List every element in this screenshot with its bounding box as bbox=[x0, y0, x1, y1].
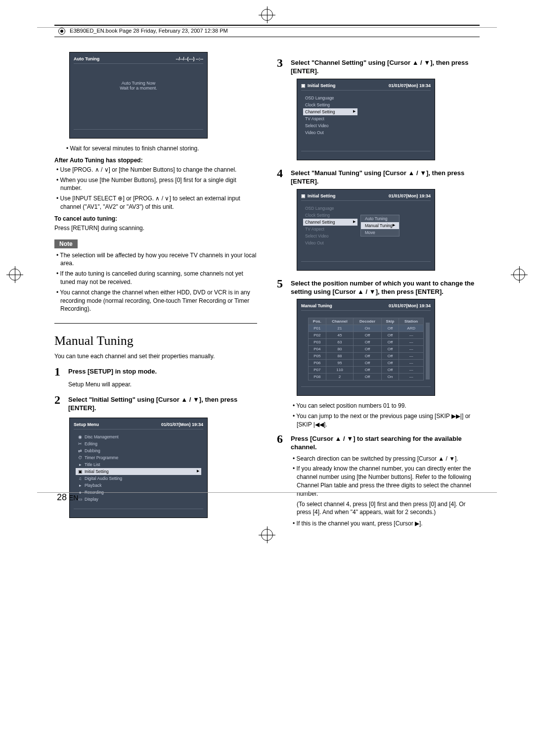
table-cell: P07 bbox=[309, 367, 326, 374]
table-row: P0245OffOff--- bbox=[309, 332, 424, 339]
initial-setting-item: Clock Setting bbox=[303, 101, 357, 108]
panel-date: 01/01/07(Mon) 19:34 bbox=[389, 303, 431, 308]
note-1: The selection will be affected by how yo… bbox=[54, 251, 257, 268]
step5-bullet-2: You can jump to the next or the previous… bbox=[291, 412, 480, 429]
step6-bullet-2a: (To select channel 4, press [0] first an… bbox=[297, 500, 480, 517]
panel-date: 01/01/07(Mon) 19:34 bbox=[389, 193, 431, 198]
setup-menu-item: ▭Display bbox=[76, 496, 201, 503]
table-cell: P05 bbox=[309, 353, 326, 360]
table-cell: --- bbox=[399, 332, 424, 339]
table-cell: 110 bbox=[326, 367, 354, 374]
initial-setting-item: Clock Setting bbox=[303, 212, 357, 219]
table-cell: Off bbox=[381, 339, 399, 346]
table-header: Skip bbox=[381, 318, 399, 325]
page-number: 28 EN bbox=[57, 492, 78, 503]
table-cell: P03 bbox=[309, 339, 326, 346]
page-header: E3B90ED_EN.book Page 28 Friday, February… bbox=[54, 25, 480, 37]
table-cell: Off bbox=[381, 346, 399, 353]
table-cell: Off bbox=[354, 346, 381, 353]
after-bullet-2: When you use [the Number Buttons], press… bbox=[54, 176, 257, 193]
table-cell: --- bbox=[399, 374, 424, 380]
step-3-text: Select "Channel Setting" using [Cursor ▲… bbox=[291, 57, 480, 76]
step-3-number: 3 bbox=[277, 57, 287, 76]
table-row: P0121OnOffARD bbox=[309, 325, 424, 332]
initial-setting-item: OSD Language bbox=[303, 94, 357, 101]
section-divider bbox=[54, 323, 257, 324]
table-cell: On bbox=[354, 325, 381, 332]
scroll-indicator bbox=[426, 323, 430, 379]
auto-tuning-panel: Auto Tuning --/--/--(---) --:-- Auto Tun… bbox=[69, 52, 208, 139]
setup-menu-item: ▸Playback bbox=[76, 482, 201, 489]
after-auto-tuning-title: After Auto Tuning has stopped: bbox=[54, 157, 257, 164]
table-cell: Off bbox=[354, 339, 381, 346]
setup-menu-item: ⇄Dubbing bbox=[76, 447, 201, 454]
submenu-item: Move bbox=[361, 229, 399, 236]
after-bullet-3: Use [INPUT SELECT ⊕] or [PROG. ∧ / ∨] to… bbox=[54, 194, 257, 211]
panel-title: Initial Setting bbox=[308, 83, 336, 88]
step6-bullet-1: Search direction can be switched by pres… bbox=[291, 455, 480, 463]
wait-text: Wait for several minutes to finish chann… bbox=[64, 144, 257, 153]
setup-menu-item: ✂Editing bbox=[76, 440, 201, 447]
step-1-sub: Setup Menu will appear. bbox=[68, 380, 257, 389]
submenu-item: Auto Tuning bbox=[361, 215, 399, 222]
table-cell: Off bbox=[354, 360, 381, 367]
initial-setting-item: TV Aspect bbox=[303, 226, 357, 233]
panel-title: Initial Setting bbox=[308, 193, 336, 198]
step-6-text: Press [Cursor ▲ / ▼] to start searching … bbox=[291, 433, 480, 452]
setup-menu-item: ⏱Timer Programme bbox=[76, 454, 201, 461]
panel-title: Manual Tuning bbox=[301, 303, 332, 308]
step-1-number: 1 bbox=[54, 366, 64, 378]
after-bullet-1: Use [PROG. ∧ / ∨] or [the Number Buttons… bbox=[54, 166, 257, 174]
panel-title: Auto Tuning bbox=[74, 56, 99, 61]
setup-menu-item: ▣Initial Setting bbox=[76, 468, 201, 475]
step5-bullet-1: You can select position numbers 01 to 99… bbox=[291, 402, 480, 410]
setup-menu-item: ◉Disc Management bbox=[76, 433, 201, 440]
table-cell: ARD bbox=[399, 325, 424, 332]
table-row: P0363OffOff--- bbox=[309, 339, 424, 346]
setup-menu-panel: Setup Menu 01/01/07(Mon) 19:34 ◉Disc Man… bbox=[69, 418, 208, 518]
step-5: 5 Select the position number of which yo… bbox=[277, 278, 480, 296]
cancel-title: To cancel auto tuning: bbox=[54, 215, 257, 222]
initial-setting-panel-1: ▣Initial Setting 01/01/07(Mon) 19:34 OSD… bbox=[297, 79, 435, 160]
right-column: 3 Select "Channel Setting" using [Cursor… bbox=[277, 52, 480, 530]
step-4-number: 4 bbox=[277, 167, 287, 186]
table-cell: 2 bbox=[326, 374, 354, 380]
initial-setting-item: OSD Language bbox=[303, 205, 357, 212]
table-cell: On bbox=[381, 374, 399, 380]
initial-setting-item: Select Video bbox=[303, 233, 357, 239]
panel-time: --/--/--(---) --:-- bbox=[176, 56, 203, 61]
panel-date: 01/01/07(Mon) 19:34 bbox=[389, 83, 431, 88]
initial-setting-item: TV Aspect bbox=[303, 115, 357, 122]
table-cell: --- bbox=[399, 353, 424, 360]
header-text: E3B90ED_EN.book Page 28 Friday, February… bbox=[70, 28, 228, 34]
table-row: P0588OffOff--- bbox=[309, 353, 424, 360]
page-frame-bottom bbox=[37, 492, 497, 493]
table-cell: Off bbox=[381, 332, 399, 339]
panel-date: 01/01/07(Mon) 19:34 bbox=[161, 422, 203, 427]
page-number-suffix: EN bbox=[69, 494, 78, 502]
table-cell: 80 bbox=[326, 346, 354, 353]
table-cell: Off bbox=[354, 367, 381, 374]
step-2-text: Select "Initial Setting" using [Cursor ▲… bbox=[68, 394, 257, 413]
table-cell: Off bbox=[381, 360, 399, 367]
table-cell: P06 bbox=[309, 360, 326, 367]
table-header: Station bbox=[399, 318, 424, 325]
initial-setting-item: Select Video bbox=[303, 122, 357, 129]
setup-menu-item: ▸Title List bbox=[76, 461, 201, 468]
table-cell: Off bbox=[354, 353, 381, 360]
table-header: Pos. bbox=[309, 318, 326, 325]
table-cell: P02 bbox=[309, 332, 326, 339]
table-cell: P08 bbox=[309, 374, 326, 380]
table-cell: Off bbox=[381, 325, 399, 332]
table-header: Decoder bbox=[354, 318, 381, 325]
table-row: P082OffOn--- bbox=[309, 374, 424, 380]
table-cell: 95 bbox=[326, 360, 354, 367]
auto-tuning-line2: Wait for a moment. bbox=[76, 86, 201, 91]
panel-title: Setup Menu bbox=[74, 422, 99, 427]
note-2: If the auto tuning is cancelled during s… bbox=[54, 270, 257, 286]
table-cell: 63 bbox=[326, 339, 354, 346]
step-1-text: Press [SETUP] in stop mode. bbox=[68, 366, 157, 378]
step-1: 1 Press [SETUP] in stop mode. bbox=[54, 366, 257, 378]
table-header: Channel bbox=[326, 318, 354, 325]
table-cell: Off bbox=[354, 332, 381, 339]
